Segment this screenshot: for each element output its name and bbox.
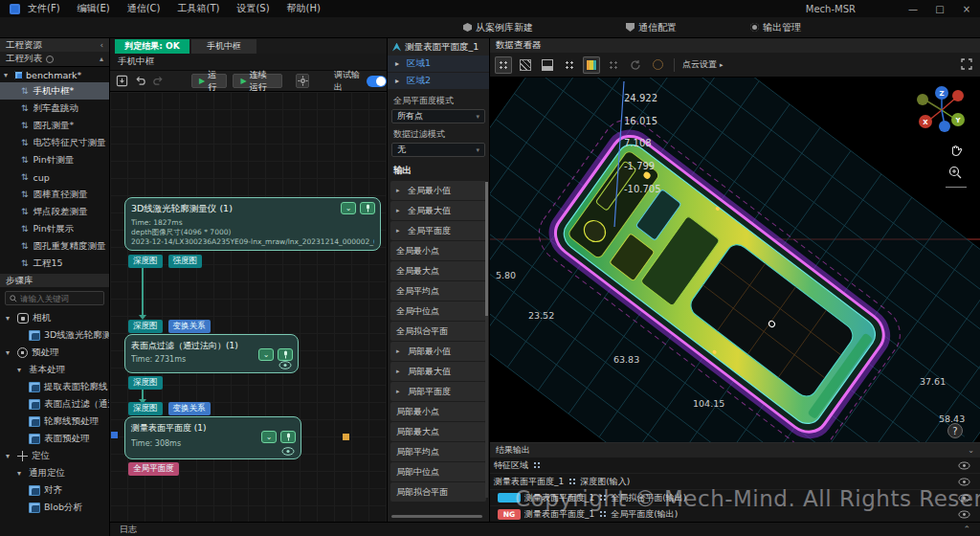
graph-port-blue[interactable] <box>111 432 118 438</box>
project-tree-item[interactable]: ⇅ 圆孔重复精度测量 <box>0 237 109 255</box>
close-button[interactable]: × <box>953 4 980 14</box>
debug-output-toggle[interactable] <box>367 76 387 87</box>
step-library-row[interactable]: ▾ 通用定位 <box>0 464 109 481</box>
refresh-button[interactable] <box>627 56 644 74</box>
point-cloud-viewport[interactable]: 24.92216.0157.108-1.799-10.705 5.80 23.5… <box>490 78 980 442</box>
output-list-item[interactable]: ▸ 局部最小值 <box>390 342 486 361</box>
view-image-button[interactable] <box>539 56 556 74</box>
result-layer-row[interactable]: 特征区域 <box>490 458 980 474</box>
params-vertical-scrollbar[interactable] <box>485 182 488 498</box>
node-pin-button[interactable] <box>280 431 296 443</box>
chevron-right-icon[interactable]: ▸ <box>395 77 403 85</box>
sphere-view-button[interactable] <box>649 56 666 74</box>
minimize-button[interactable]: — <box>900 4 926 14</box>
step-library-row[interactable]: 3D线激光轮廓测量仪 <box>0 326 109 344</box>
project-tree-item[interactable]: ⇅ 电芯特征尺寸测量 <box>0 134 109 151</box>
fullscreen-button[interactable] <box>961 56 972 74</box>
view-points-button[interactable] <box>561 56 578 74</box>
step-library-row[interactable]: 表面点过滤（通过… <box>0 395 109 413</box>
step-library-row[interactable]: ▾ 相机 <box>0 309 109 326</box>
node-collapse-button[interactable]: ⌄ <box>258 348 274 361</box>
node-3d-laser-profiler[interactable]: 3D线激光轮廓测量仪 (1) ⌄ Time: 1827msdepth图像尺寸(4… <box>124 197 381 251</box>
node-surface-point-filter[interactable]: 表面点过滤（通过法向）(1) Time: 2731ms ⌄ <box>124 334 299 373</box>
project-tree-item[interactable]: ⇅ 工程15 <box>0 255 109 272</box>
chevron-down-icon[interactable]: ▾ <box>6 452 13 460</box>
project-tree-item[interactable]: ⇅ 手机中框* <box>0 82 109 100</box>
params-horizontal-scrollbar[interactable] <box>391 515 482 518</box>
comm-config-button[interactable]: 通信配置 <box>620 19 682 35</box>
undo-icon[interactable] <box>134 75 146 88</box>
menu-item[interactable]: 编辑(E) <box>78 2 110 15</box>
point-cloud-settings-button[interactable]: 点云设置 ▸ <box>682 58 727 71</box>
step-library-row[interactable]: 轮廓线预处理 <box>0 413 109 430</box>
save-icon[interactable] <box>116 75 128 88</box>
node-graph-canvas[interactable]: 3D线激光轮廓测量仪 (1) ⌄ Time: 1827msdepth图像尺寸(4… <box>110 92 388 522</box>
help-button[interactable]: ? <box>947 423 963 438</box>
graph-port-orange[interactable] <box>343 434 349 440</box>
filter-icon[interactable] <box>46 56 54 63</box>
new-from-case-button[interactable]: 从案例库新建 <box>457 19 539 35</box>
output-mgmt-button[interactable]: 输出管理 <box>745 19 807 35</box>
orientation-gizmo[interactable]: Z Y X <box>913 81 970 139</box>
tab-phone-midframe[interactable]: 手机中框 <box>191 39 256 54</box>
run-continuous-button[interactable]: ▶ 连续运行 <box>233 74 282 88</box>
project-tree-item[interactable]: ⇅ 圆孔测量* <box>0 117 109 134</box>
view-grid-button[interactable] <box>495 56 512 74</box>
output-list-item[interactable]: ▸ 全局最小值 <box>390 181 486 200</box>
chevron-down-icon[interactable]: ▾ <box>4 71 11 79</box>
zoom-in-icon[interactable] <box>947 165 963 180</box>
node-visibility-eye-icon[interactable] <box>278 361 292 369</box>
view-hatch-button[interactable] <box>517 56 534 74</box>
node-collapse-button[interactable]: ⌄ <box>341 202 356 214</box>
visibility-eye-icon[interactable] <box>958 478 970 486</box>
step-library-row[interactable]: 对齐 <box>0 481 109 499</box>
node-visibility-eye-icon[interactable] <box>281 447 295 456</box>
input-port-tag[interactable]: 变换关系 <box>168 402 211 415</box>
node-measure-surface-flatness[interactable]: 测量表面平面度 (1) Time: 308ms ⌄ <box>124 416 301 459</box>
visibility-eye-icon[interactable] <box>958 461 970 470</box>
view-points-dim-button[interactable] <box>605 56 622 74</box>
input-port-tag[interactable]: 变换关系 <box>168 320 211 333</box>
output-list-item[interactable]: 全局中位点 <box>390 302 486 321</box>
input-port-tag[interactable]: 深度图 <box>128 402 163 415</box>
step-library-row[interactable]: ▾ 定位 <box>0 447 109 464</box>
redo-icon[interactable] <box>152 75 165 88</box>
output-list-item[interactable]: 全局平均点 <box>390 281 486 301</box>
chevron-up-icon[interactable]: ⌃ <box>963 525 970 534</box>
menu-item[interactable]: 帮助(H) <box>287 2 321 15</box>
menu-item[interactable]: 工具箱(T) <box>177 2 219 15</box>
menu-item[interactable]: 设置(S) <box>236 2 269 15</box>
pan-hand-icon[interactable] <box>947 143 963 158</box>
chevron-down-icon[interactable]: ⌄ <box>968 446 974 455</box>
output-list-item[interactable]: ▸ 全局平面度 <box>390 221 486 240</box>
chevron-down-icon[interactable]: ▾ <box>17 366 25 374</box>
output-list-item[interactable]: ▸ 全局最大值 <box>390 201 486 220</box>
output-list-item[interactable]: 局部中位点 <box>390 462 486 481</box>
chevron-right-icon[interactable]: ▸ <box>395 59 403 68</box>
step-library-row[interactable]: 表面预处理 <box>0 430 109 447</box>
project-tree-item[interactable]: ⇅ Pin针展示 <box>0 220 109 237</box>
step-library-row[interactable]: Blob分析 <box>0 499 109 516</box>
project-tree-item[interactable]: ⇅ 刹车盘跳动 <box>0 100 109 117</box>
flatness-mode-dropdown[interactable]: 所有点 ▾ <box>391 109 485 123</box>
output-list-item[interactable]: 全局最小点 <box>390 241 486 260</box>
project-tree-item[interactable]: ⇅ Pin针测量 <box>0 151 109 168</box>
step-library-row[interactable]: 提取表面轮廓线 <box>0 378 109 395</box>
project-tree-item[interactable]: ⇅ cup <box>0 168 109 186</box>
output-port-tag[interactable]: 强度图 <box>168 255 203 268</box>
node-collapse-button[interactable]: ⌄ <box>261 431 277 443</box>
chevron-down-icon[interactable]: ▾ <box>6 348 13 357</box>
project-tree-item[interactable]: ⇅ 圆棒直径测量 <box>0 186 109 203</box>
output-port-tag[interactable]: 深度图 <box>128 376 163 390</box>
output-port-tag[interactable]: 全局平面度 <box>128 462 179 476</box>
output-list-item[interactable]: ▸ 局部最大值 <box>390 362 486 381</box>
output-list-item[interactable]: ▸ 局部平面度 <box>390 382 486 401</box>
chevron-down-icon[interactable]: ▾ <box>6 314 13 323</box>
input-port-tag[interactable]: 深度图 <box>128 320 163 333</box>
output-port-tag[interactable]: 深度图 <box>128 255 163 268</box>
menu-item[interactable]: 文件(F) <box>28 2 60 15</box>
menu-item[interactable]: 通信(C) <box>127 2 161 15</box>
output-list-item[interactable]: 局部拟合平面 <box>390 482 486 502</box>
output-list-item[interactable]: 全局最大点 <box>390 261 486 280</box>
chevron-down-icon[interactable]: ▾ <box>17 469 25 478</box>
